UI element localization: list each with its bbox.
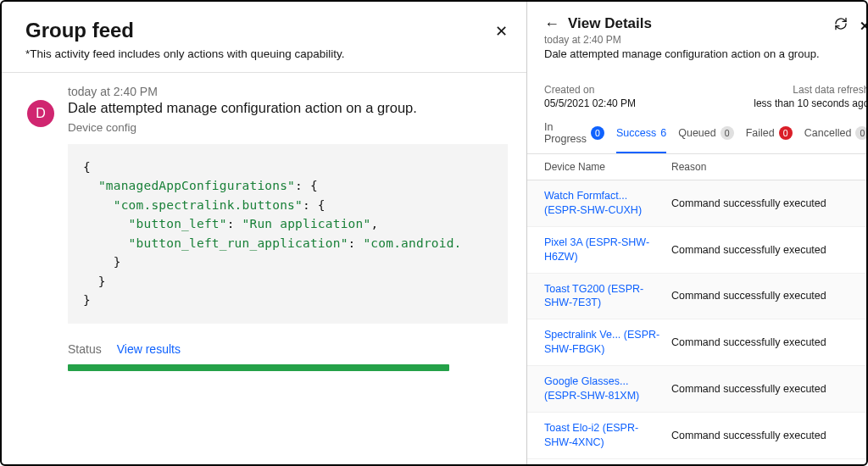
device-name-link[interactable]: Pixel 3A (ESPR-SHW-H6ZW) xyxy=(544,236,671,264)
refresh-icon[interactable] xyxy=(834,17,848,34)
back-arrow-icon[interactable]: ← xyxy=(544,16,559,31)
tab-cancelled[interactable]: Cancelled 0 xyxy=(804,121,868,153)
reason-text: Command successfully executed xyxy=(671,197,868,209)
group-feed-header: Group feed *This activity feed includes … xyxy=(2,2,526,73)
table-row: Google Glasses... (ESPR-SHW-81XM)Command… xyxy=(527,366,868,413)
feed-description: Dale attempted manage configuration acti… xyxy=(68,100,508,116)
table-row: Pixel 3A (ESPR-SHW-H6ZW)Command successf… xyxy=(527,227,868,274)
queued-count: 0 xyxy=(721,126,734,140)
table-row: Toast Elo-i2 (ESPR-SHW-4XNC)Command succ… xyxy=(527,413,868,459)
status-row: Status View results xyxy=(68,324,508,361)
table-row: Toast TG200 (ESPR-SHW-7E3T)Command succe… xyxy=(527,274,868,320)
status-tabs: In Progress 0 Success 6 Queued 0 Failed … xyxy=(527,118,868,154)
status-label: Status xyxy=(68,342,102,356)
device-name-link[interactable]: Spectralink Ve... (ESPR-SHW-FBGK) xyxy=(544,328,671,357)
reason-text: Command successfully executed xyxy=(671,244,868,256)
view-results-link[interactable]: View results xyxy=(117,342,181,356)
tab-queued[interactable]: Queued 0 xyxy=(678,121,733,153)
created-on-value: 05/5/2021 02:40 PM xyxy=(544,97,636,109)
created-on-label: Created on xyxy=(544,84,636,96)
close-icon[interactable]: ✕ xyxy=(495,24,508,39)
col-reason: Reason xyxy=(671,161,868,173)
col-device-name: Device Name xyxy=(544,161,671,173)
feed-body: today at 2:40 PM Dale attempted manage c… xyxy=(68,85,508,371)
view-details-panel: ← View Details ✕ today at 2:40 PM Dale a… xyxy=(527,2,868,464)
failed-count: 0 xyxy=(779,126,793,140)
avatar: D xyxy=(27,100,54,127)
group-feed-subtitle: *This activity feed includes only action… xyxy=(25,47,503,60)
table-row: Spectralink Ve... (ESPR-SHW-FBGK)Command… xyxy=(527,319,868,366)
last-refresh-label: Last data refresh xyxy=(793,84,868,96)
details-description: Dale attempted manage configuration acti… xyxy=(544,47,868,60)
reason-text: Command successfully executed xyxy=(671,383,868,395)
group-feed-panel: Group feed *This activity feed includes … xyxy=(2,2,527,464)
reason-text: Command successfully executed xyxy=(671,336,868,348)
meta-row: Created on 05/5/2021 02:40 PM Last data … xyxy=(527,72,868,118)
in-progress-count: 0 xyxy=(591,126,604,140)
device-name-link[interactable]: Toast Elo-i2 (ESPR-SHW-4XNC) xyxy=(544,421,671,450)
details-header: ← View Details ✕ today at 2:40 PM Dale a… xyxy=(527,2,868,72)
details-title: View Details xyxy=(568,15,652,32)
reason-text: Command successfully executed xyxy=(671,290,868,302)
feed-item: D today at 2:40 PM Dale attempted manage… xyxy=(2,73,526,371)
device-name-link[interactable]: Watch Formfact... (ESPR-SHW-CUXH) xyxy=(544,189,671,218)
last-refresh-value: less than 10 seconds ago xyxy=(754,97,868,109)
code-block: { "managedAppConfigurations": { "com.spe… xyxy=(68,144,508,324)
tab-failed[interactable]: Failed 0 xyxy=(746,121,793,153)
progress-bar xyxy=(68,364,449,371)
success-count: 6 xyxy=(660,127,666,139)
close-icon[interactable]: ✕ xyxy=(860,19,868,32)
table-row: Watch Formfact... (ESPR-SHW-CUXH)Command… xyxy=(527,180,868,227)
tab-in-progress[interactable]: In Progress 0 xyxy=(544,121,604,153)
details-timestamp: today at 2:40 PM xyxy=(544,34,868,46)
feed-timestamp: today at 2:40 PM xyxy=(68,85,508,98)
cancelled-count: 0 xyxy=(855,126,868,140)
group-feed-title: Group feed xyxy=(25,19,503,42)
feed-category: Device config xyxy=(68,121,508,134)
table-header: Device Name Reason xyxy=(527,154,868,180)
table-body: Watch Formfact... (ESPR-SHW-CUXH)Command… xyxy=(527,180,868,459)
device-name-link[interactable]: Toast TG200 (ESPR-SHW-7E3T) xyxy=(544,282,671,311)
device-name-link[interactable]: Google Glasses... (ESPR-SHW-81XM) xyxy=(544,374,671,403)
tab-success[interactable]: Success 6 xyxy=(616,121,666,153)
reason-text: Command successfully executed xyxy=(671,430,868,441)
